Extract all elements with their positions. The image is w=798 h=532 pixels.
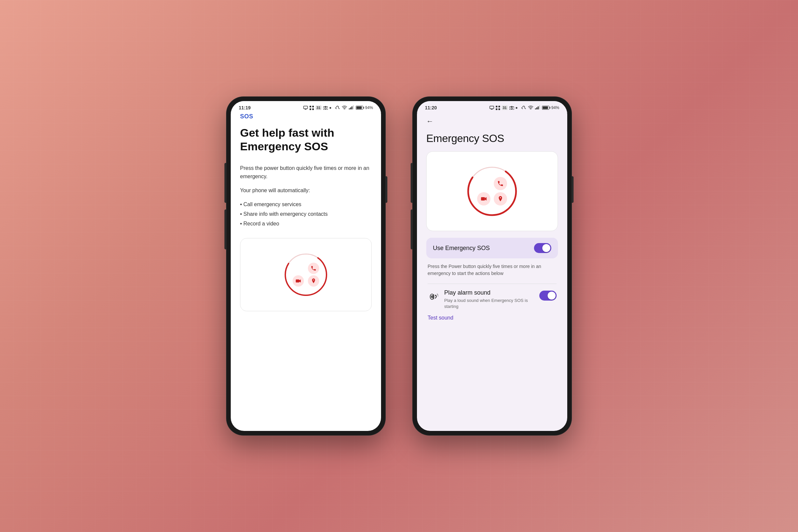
- svg-rect-26: [538, 107, 539, 109]
- link-icon-1: [335, 106, 340, 110]
- divider-1: [428, 284, 557, 284]
- svg-rect-24: [535, 108, 536, 109]
- svg-rect-2: [312, 106, 314, 108]
- battery-2: [542, 106, 549, 110]
- alarm-sound-row: Play alarm sound Play a loud sound when …: [426, 289, 558, 309]
- svg-marker-31: [485, 197, 487, 201]
- phone-icon-row-2: [477, 177, 507, 190]
- location-icon-bubble-1: [308, 275, 319, 287]
- status-icons-2: 31 94%: [490, 106, 559, 110]
- icons-bottom-row-1: [292, 275, 319, 287]
- alarm-subtitle: Play a loud sound when Emergency SOS is …: [444, 298, 535, 309]
- svg-rect-16: [490, 106, 494, 109]
- svg-rect-4: [312, 108, 314, 110]
- svg-rect-3: [309, 108, 311, 110]
- back-button[interactable]: ←: [426, 113, 434, 130]
- camera-icon-2: [509, 106, 514, 110]
- bullet-3: • Record a video: [240, 219, 372, 229]
- time-1: 11:19: [239, 105, 251, 110]
- page-title: Emergency SOS: [426, 132, 558, 145]
- use-sos-label: Use Emergency SOS: [433, 245, 490, 252]
- alarm-text: Play alarm sound Play a loud sound when …: [444, 289, 535, 309]
- svg-rect-20: [498, 108, 500, 110]
- alarm-title: Play alarm sound: [444, 289, 535, 296]
- status-icons-1: 31 94%: [303, 106, 373, 110]
- time-2: 11:20: [425, 105, 437, 110]
- svg-rect-17: [496, 106, 497, 108]
- sos-icons-2: [477, 177, 507, 206]
- sos-illustration-card-2: [426, 151, 558, 231]
- notification-icon-2: [490, 106, 494, 110]
- svg-rect-14: [296, 279, 300, 282]
- notification-icon-1: [303, 106, 308, 110]
- svg-rect-0: [304, 106, 307, 109]
- sos-circle-1: [283, 251, 329, 298]
- svg-rect-30: [481, 197, 485, 201]
- link-icon-2: [521, 106, 526, 110]
- phone-1: 11:19 31: [226, 96, 386, 436]
- svg-rect-27: [539, 106, 540, 109]
- svg-rect-18: [498, 106, 500, 108]
- svg-rect-9: [350, 108, 351, 109]
- use-emergency-sos-row[interactable]: Use Emergency SOS: [426, 238, 558, 258]
- svg-rect-10: [352, 107, 353, 109]
- screen-1-content: SOS Get help fast with Emergency SOS Pre…: [231, 113, 381, 321]
- screen-2-content: ← Emergency SOS: [417, 113, 567, 321]
- dot-indicator-1: [329, 107, 331, 109]
- battery-percent-2: 94%: [551, 106, 559, 110]
- alarm-sound-toggle[interactable]: [539, 291, 557, 301]
- call-icon-bubble-1: [308, 263, 319, 274]
- toggle-description: Press the Power button quickly five time…: [426, 263, 558, 277]
- number-badge-1: 31: [316, 106, 322, 110]
- sos-icons-1: [292, 263, 319, 287]
- sos-label: SOS: [240, 113, 372, 120]
- camera-icon-1: [323, 106, 328, 110]
- signal-icon-1: [349, 106, 354, 110]
- svg-point-7: [344, 109, 345, 109]
- phone-2: 11:20 31: [412, 96, 572, 436]
- svg-point-22: [511, 108, 512, 109]
- svg-rect-19: [496, 108, 497, 110]
- call-icon-bubble-2: [494, 177, 507, 190]
- use-sos-toggle[interactable]: [534, 243, 551, 253]
- description-1: Press the power button quickly five time…: [240, 164, 372, 181]
- dot-indicator-2: [516, 107, 517, 109]
- battery-1: [356, 106, 363, 110]
- bullet-list: • Call emergency services • Share info w…: [240, 200, 372, 228]
- svg-rect-11: [353, 106, 354, 109]
- main-heading: Get help fast with Emergency SOS: [240, 126, 372, 153]
- status-bar-2: 11:20 31: [417, 101, 567, 113]
- bullet-2: • Share info with emergency contacts: [240, 209, 372, 219]
- svg-point-6: [324, 108, 326, 109]
- video-icon-bubble-1: [292, 275, 304, 287]
- sos-circle-2: [466, 165, 519, 218]
- wifi-icon-1: [342, 106, 347, 110]
- battery-percent-1: 94%: [365, 106, 373, 110]
- number-badge-2: 31: [502, 106, 508, 110]
- icons-bottom-row-2: [477, 192, 507, 206]
- test-sound-link[interactable]: Test sound: [426, 315, 558, 321]
- wifi-icon-2: [528, 106, 533, 110]
- description-auto: Your phone will automatically:: [240, 186, 372, 195]
- svg-rect-8: [349, 108, 350, 109]
- bullet-1: • Call emergency services: [240, 200, 372, 209]
- signal-icon-2: [535, 106, 540, 110]
- sos-illustration-card-1: [240, 238, 372, 311]
- svg-point-23: [530, 109, 531, 109]
- location-icon-bubble-2: [494, 192, 507, 206]
- svg-marker-15: [299, 279, 301, 282]
- phone-icon-row: [292, 263, 319, 274]
- svg-rect-1: [309, 106, 311, 108]
- video-icon-bubble-2: [477, 192, 491, 206]
- alarm-sound-icon: [428, 290, 440, 302]
- grid-icon-2: [496, 106, 500, 110]
- svg-rect-25: [536, 108, 537, 109]
- grid-icon-1: [309, 106, 314, 110]
- status-bar-1: 11:19 31: [231, 101, 381, 113]
